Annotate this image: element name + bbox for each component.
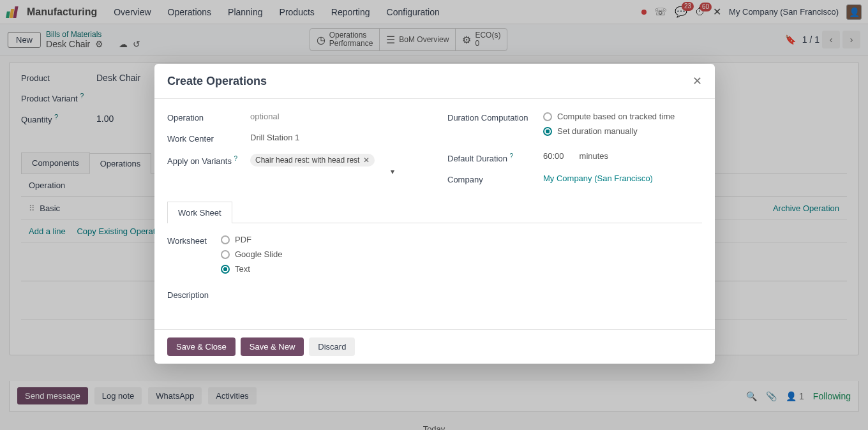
radio-text[interactable]: Text [221,264,702,274]
tab-work-sheet[interactable]: Work Sheet [167,202,232,223]
discard-button[interactable]: Discard [309,337,355,356]
radio-gslide[interactable]: Google Slide [221,249,702,259]
radio-icon [221,235,230,244]
apply-variants-label: Apply on Variants ? [167,154,250,166]
duration-comp-label: Duration Computation [447,112,543,122]
company-label: Company [447,174,543,184]
default-duration-label: Default Duration ? [447,151,543,163]
save-new-button[interactable]: Save & New [241,337,304,356]
close-icon[interactable]: ✕ [692,74,702,88]
radio-tracked[interactable]: Compute based on tracked time [543,112,702,121]
modal-body: Operation optional Work Center Drill Sta… [154,99,715,329]
default-duration-input[interactable]: 60:00 [543,151,564,161]
variant-tag-label: Chair head rest: with head rest [255,156,359,165]
variant-tag: Chair head rest: with head rest ✕ [250,154,375,167]
modal-tabs: Work Sheet [167,201,702,223]
radio-pdf[interactable]: PDF [221,235,702,244]
remove-tag-icon[interactable]: ✕ [363,156,370,165]
radio-icon [543,127,552,136]
radio-manual[interactable]: Set duration manually [543,126,702,136]
radio-icon [221,265,230,274]
worksheet-label: Worksheet [167,235,221,246]
create-operations-modal: Create Operations ✕ Operation optional W… [154,64,715,364]
modal-footer: Save & Close Save & New Discard [154,329,715,364]
description-label: Description [167,289,221,300]
radio-icon [221,250,230,259]
company-input[interactable]: My Company (San Francisco) [543,174,702,183]
chevron-down-icon[interactable]: ▾ [391,167,394,176]
operation-label: Operation [167,112,250,122]
save-close-button[interactable]: Save & Close [167,337,236,356]
modal-header: Create Operations ✕ [154,64,715,99]
workcenter-input[interactable]: Drill Station 1 [250,133,422,142]
operation-input[interactable]: optional [250,112,422,121]
modal-title: Create Operations [167,75,267,88]
radio-icon [543,112,552,121]
apply-variants-input[interactable]: Chair head rest: with head rest ✕ ▾ [250,154,422,176]
minutes-label: minutes [580,151,609,161]
workcenter-label: Work Center [167,133,250,144]
